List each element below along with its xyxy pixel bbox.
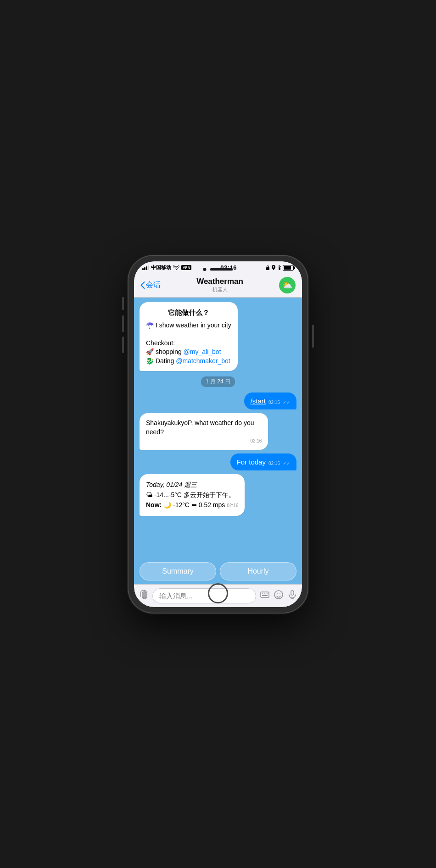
- intro-dating: 🐉 Dating @matchmaker_bot: [146, 357, 231, 366]
- msg-time-start: 02:16: [268, 400, 280, 405]
- checkmark-today: ✓✓: [283, 461, 290, 466]
- date-separator: 1 月 24 日: [201, 376, 235, 387]
- bluetooth-icon: [277, 265, 281, 270]
- carrier-label: 中国移动: [151, 264, 171, 271]
- signal-bar-3: [146, 266, 147, 270]
- status-right: [266, 265, 294, 271]
- chat-title: Weatherman: [196, 277, 243, 286]
- bot-avatar[interactable]: ⛅: [279, 277, 296, 293]
- weather-now-line: Now: 🌙 -12°C ⬅ 0.52 mps 02:16: [146, 500, 238, 510]
- svg-rect-10: [291, 591, 294, 595]
- svg-point-7: [274, 591, 283, 599]
- quick-replies-bar: Summary Hourly: [134, 562, 302, 584]
- svg-point-1: [273, 266, 274, 268]
- bot-question-message: ShakuyakukyoP, what weather do you need?…: [140, 413, 268, 449]
- matchmaker-link[interactable]: @matchmaker_bot: [176, 357, 230, 365]
- mic-icon[interactable]: [287, 590, 297, 602]
- svg-rect-2: [261, 592, 269, 597]
- power-button[interactable]: [312, 325, 314, 348]
- sticker-icon[interactable]: [274, 590, 284, 602]
- back-label: 会话: [146, 280, 161, 290]
- camera-dot: [203, 268, 207, 271]
- signal-bar-4: [148, 265, 149, 270]
- avatar-icon: ⛅: [282, 280, 292, 290]
- lock-icon: [266, 265, 270, 270]
- user-message-today: For today 02:16 ✓✓: [230, 453, 296, 470]
- weather-date-line: Today, 01/24 週三: [146, 480, 238, 490]
- weather-time: 02:16: [227, 503, 238, 508]
- signal-bar-1: [142, 268, 144, 270]
- signal-bar-2: [144, 267, 145, 270]
- vpn-badge: VPN: [181, 265, 191, 270]
- volume-down-button[interactable]: [122, 337, 124, 353]
- checkmark-start: ✓✓: [283, 400, 290, 405]
- bot-weather-message: Today, 01/24 週三 🌤 -14...-5°C 多云开始于下午。 No…: [140, 474, 245, 516]
- bot-intro-message: 它能做什么？ ☂️ I show weather in your city Ch…: [140, 302, 238, 371]
- phone-screen: 中国移动 VPN 02:16: [134, 261, 302, 607]
- chat-area[interactable]: 它能做什么？ ☂️ I show weather in your city Ch…: [134, 298, 302, 562]
- status-left: 中国移动 VPN: [142, 264, 191, 271]
- signal-bars: [142, 265, 149, 270]
- silent-button[interactable]: [122, 297, 124, 310]
- phone-device: 中国移动 VPN 02:16: [129, 256, 307, 613]
- attach-icon[interactable]: [139, 589, 149, 602]
- hourly-button[interactable]: Hourly: [220, 562, 296, 581]
- intro-checkout: Checkout:: [146, 339, 231, 348]
- battery-fill: [284, 266, 291, 270]
- location-icon: [272, 265, 275, 270]
- keyboard-icon[interactable]: [260, 590, 270, 602]
- user-message-start: /start 02:16 ✓✓: [244, 393, 296, 409]
- message-input[interactable]: [152, 588, 256, 603]
- home-button[interactable]: [208, 583, 228, 603]
- volume-up-button[interactable]: [122, 315, 124, 332]
- chat-subtitle: 机器人: [196, 286, 243, 293]
- navigation-bar: 会话 Weatherman 机器人 ⛅: [134, 274, 302, 298]
- user-text-start: /start: [251, 397, 266, 405]
- weather-temp-line: 🌤 -14...-5°C 多云开始于下午。: [146, 490, 238, 500]
- battery-indicator: [283, 265, 294, 271]
- summary-button[interactable]: Summary: [140, 562, 216, 581]
- svg-rect-0: [266, 267, 269, 270]
- intro-line-1: ☂️ I show weather in your city: [146, 321, 231, 330]
- screen-content: 中国移动 VPN 02:16: [134, 261, 302, 607]
- svg-point-9: [279, 593, 280, 594]
- svg-point-8: [277, 593, 278, 594]
- intro-title: 它能做什么？: [146, 308, 231, 317]
- bot-question-text: ShakuyakukyoP, what weather do you need?: [146, 419, 262, 437]
- ali-bot-link[interactable]: @my_ali_bot: [184, 348, 221, 355]
- nav-center: Weatherman 机器人: [196, 277, 243, 293]
- intro-shopping: 🚀 shopping @my_ali_bot: [146, 348, 231, 357]
- user-text-today: For today: [237, 458, 266, 466]
- camera-area: [203, 268, 233, 271]
- msg-time-today: 02:16: [268, 461, 280, 466]
- speaker-slot: [210, 268, 233, 271]
- back-button[interactable]: 会话: [140, 280, 161, 290]
- wifi-icon: [173, 265, 179, 270]
- bot-question-time: 02:16: [146, 438, 262, 444]
